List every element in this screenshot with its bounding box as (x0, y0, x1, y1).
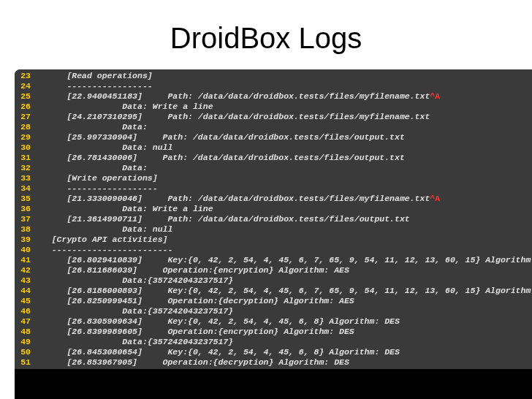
terminal-bottom (15, 369, 532, 391)
line-number: 49 (15, 337, 37, 347)
log-text: ------------------ (37, 183, 532, 194)
log-row: 50 [26.8453080654] Key:{0, 42, 2, 54, 4,… (15, 347, 532, 357)
log-row: 39 [Crypto API activities] (15, 235, 532, 245)
line-number: 48 (15, 327, 37, 337)
log-text: [26.8305909634] Key:{0, 42, 2, 54, 4, 45… (37, 316, 532, 327)
log-text: [25.997330904] Path: /data/data/droidbox… (37, 132, 532, 142)
line-number: 28 (15, 122, 37, 132)
line-number: 44 (15, 286, 37, 296)
log-row: 45 [26.8250999451] Operation:{decryption… (15, 296, 532, 306)
log-text: [26.8186000893] Key:{0, 42, 2, 54, 4, 45… (37, 286, 532, 296)
log-row: 42 [26.811686039] Operation:{encryption}… (15, 265, 532, 276)
line-number: 38 (15, 224, 37, 235)
log-row: 30 Data: null (15, 142, 532, 153)
log-row: 36 Data: Write a line (15, 204, 532, 214)
line-number: 27 (15, 112, 37, 122)
slide: DroidBox Logs 23 [Read operations]24 ---… (0, 0, 532, 399)
log-row: 29 [25.997330904] Path: /data/data/droid… (15, 132, 532, 142)
line-number: 26 (15, 102, 37, 112)
log-row: 25 [22.9400451183] Path: /data/data/droi… (15, 91, 532, 102)
log-row: 23 [Read operations] (15, 71, 532, 81)
log-row: 37 [21.3614990711] Path: /data/data/droi… (15, 214, 532, 224)
log-text: Data: null (37, 224, 532, 235)
log-text: Data: null (37, 142, 532, 153)
log-row: 49 Data:{357242043237517} (15, 337, 532, 347)
log-text: [26.8399989605] Operation:{encryption} A… (37, 327, 532, 337)
line-number: 39 (15, 235, 37, 245)
log-text: [26.8029410839] Key:{0, 42, 2, 54, 4, 45… (37, 255, 532, 265)
log-text: [26.8453080654] Key:{0, 42, 2, 54, 4, 45… (37, 347, 532, 357)
line-number: 30 (15, 142, 37, 153)
log-text: [Crypto API activities] (37, 235, 532, 245)
log-text: Data:{357242043237517} (37, 306, 532, 316)
line-number: 43 (15, 276, 37, 286)
line-number: 45 (15, 296, 37, 306)
log-text: [26.8250999451] Operation:{decryption} A… (37, 296, 532, 306)
log-row: 26 Data: Write a line (15, 102, 532, 112)
line-number: 36 (15, 204, 37, 214)
log-row: 51 [26.853967905] Operation:{decryption}… (15, 357, 532, 368)
line-number: 25 (15, 91, 37, 102)
log-row: 43 Data:{357242043237517} (15, 276, 532, 286)
log-row: 33 [Write operations] (15, 173, 532, 183)
log-text: ----------------- (37, 81, 532, 91)
line-number: 31 (15, 153, 37, 163)
log-text: [26.781430006] Path: /data/data/droidbox… (37, 153, 532, 163)
log-text: Data: (37, 122, 532, 132)
log-row: 41 [26.8029410839] Key:{0, 42, 2, 54, 4,… (15, 255, 532, 265)
log-row: 31 [26.781430006] Path: /data/data/droid… (15, 153, 532, 163)
log-row: 28 Data: (15, 122, 532, 132)
line-number: 23 (15, 71, 37, 81)
accent-marker: ^A (430, 194, 440, 203)
line-number: 50 (15, 347, 37, 357)
log-text: [21.3330090046] Path: /data/data/droidbo… (37, 194, 532, 204)
log-row: 40 ------------------------ (15, 245, 532, 255)
line-number: 42 (15, 265, 37, 276)
line-number: 40 (15, 245, 37, 255)
log-text: [22.9400451183] Path: /data/data/droidbo… (37, 91, 532, 102)
line-number: 46 (15, 306, 37, 316)
log-text: [26.811686039] Operation:{encryption} Al… (37, 265, 532, 276)
log-text: [24.2107310295] Path: /data/data/droidbo… (37, 112, 532, 122)
line-number: 47 (15, 316, 37, 327)
line-number: 33 (15, 173, 37, 183)
log-block: 23 [Read operations]24 -----------------… (15, 69, 532, 369)
line-number: 34 (15, 183, 37, 194)
log-text: [Read operations] (37, 71, 532, 81)
log-text: Data:{357242043237517} (37, 337, 532, 347)
log-row: 48 [26.8399989605] Operation:{encryption… (15, 327, 532, 337)
line-number: 35 (15, 194, 37, 204)
line-number: 24 (15, 81, 37, 91)
log-text: [26.853967905] Operation:{decryption} Al… (37, 357, 532, 368)
log-text: [Write operations] (37, 173, 532, 183)
log-text: Data:{357242043237517} (37, 276, 532, 286)
log-row: 24 ----------------- (15, 81, 532, 91)
terminal-panel: 23 [Read operations]24 -----------------… (15, 69, 532, 399)
log-text: [21.3614990711] Path: /data/data/droidbo… (37, 214, 532, 224)
log-row: 38 Data: null (15, 224, 532, 235)
log-row: 27 [24.2107310295] Path: /data/data/droi… (15, 112, 532, 122)
log-row: 32 Data: (15, 163, 532, 173)
log-row: 35 [21.3330090046] Path: /data/data/droi… (15, 194, 532, 204)
log-text: Data: (37, 163, 532, 173)
page-title: DroidBox Logs (0, 0, 532, 69)
log-text: Data: Write a line (37, 204, 532, 214)
line-number: 32 (15, 163, 37, 173)
log-row: 44 [26.8186000893] Key:{0, 42, 2, 54, 4,… (15, 286, 532, 296)
log-row: 47 [26.8305909634] Key:{0, 42, 2, 54, 4,… (15, 316, 532, 327)
log-row: 34 ------------------ (15, 183, 532, 194)
log-text: ------------------------ (37, 245, 532, 255)
line-number: 29 (15, 132, 37, 142)
line-number: 37 (15, 214, 37, 224)
line-number: 41 (15, 255, 37, 265)
log-text: Data: Write a line (37, 102, 532, 112)
line-number: 51 (15, 357, 37, 368)
accent-marker: ^A (430, 91, 440, 101)
log-row: 46 Data:{357242043237517} (15, 306, 532, 316)
